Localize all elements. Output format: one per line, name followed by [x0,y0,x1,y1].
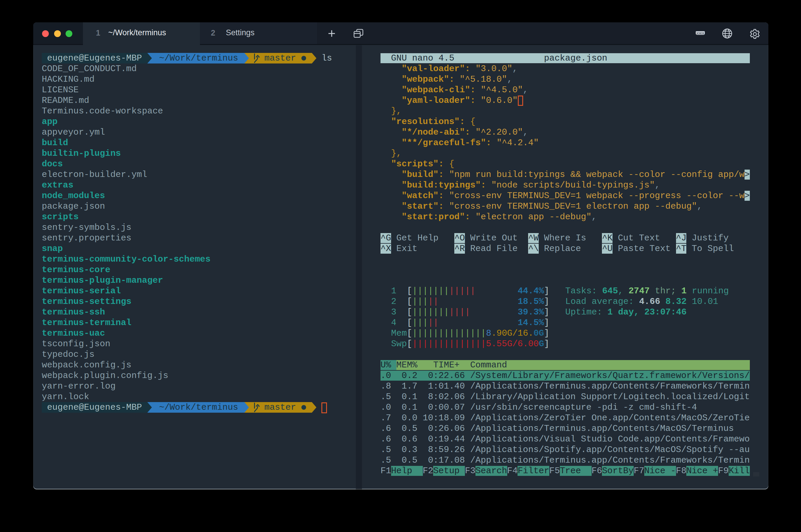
svg-text:IOIOI: IOIOI [696,32,704,35]
